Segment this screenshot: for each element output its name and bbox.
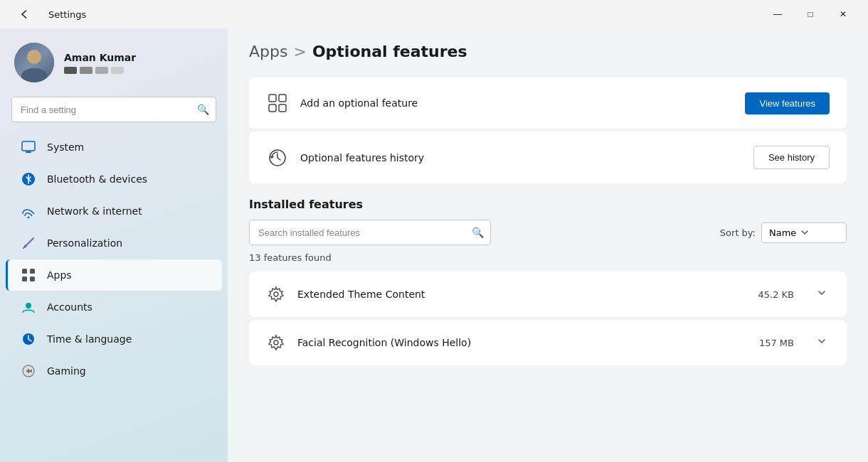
features-toolbar: 🔍 Sort by: Name	[249, 220, 847, 245]
see-history-button[interactable]: See history	[753, 146, 830, 169]
add-feature-card: Add an optional feature View features	[249, 77, 847, 129]
history-row: Optional features history See history	[249, 131, 847, 183]
sidebar-item-label: System	[47, 141, 84, 153]
accounts-icon	[20, 299, 37, 316]
user-info: Aman Kumar	[64, 52, 136, 74]
personalization-icon	[20, 235, 37, 252]
bluetooth-icon	[20, 171, 37, 188]
svg-point-15	[31, 371, 32, 372]
svg-point-22	[274, 340, 278, 345]
user-dots	[64, 67, 136, 74]
nav-list: System Bluetooth & devices Network & int…	[0, 131, 228, 387]
feature-size: 157 MB	[759, 338, 794, 348]
feature-expand-button[interactable]	[814, 333, 830, 352]
sidebar-item-label: Gaming	[47, 365, 86, 377]
feature-expand-button[interactable]	[814, 285, 830, 303]
window-controls: — □ ✕	[761, 3, 859, 26]
minimize-button[interactable]: —	[761, 3, 794, 26]
svg-rect-0	[22, 141, 35, 151]
svg-rect-5	[22, 269, 27, 274]
search-icon: 🔍	[197, 104, 209, 115]
sidebar-item-system[interactable]: System	[6, 131, 222, 163]
sort-label: Sort by:	[720, 227, 756, 238]
sidebar-item-label: Personalization	[47, 237, 122, 249]
system-icon	[20, 139, 37, 156]
dot-1	[64, 67, 77, 74]
sidebar-search-container: 🔍	[11, 97, 216, 122]
view-features-button[interactable]: View features	[745, 92, 830, 114]
chevron-down-icon	[817, 336, 827, 346]
add-feature-icon	[266, 92, 289, 114]
section-title: Installed features	[249, 198, 847, 211]
titlebar: Settings — □ ✕	[0, 0, 868, 28]
sort-select[interactable]: Name	[761, 222, 847, 243]
maximize-button[interactable]: □	[794, 3, 827, 26]
svg-rect-8	[30, 276, 35, 281]
search-features-icon: 🔍	[472, 227, 484, 238]
apps-icon	[20, 267, 37, 284]
sidebar-item-label: Bluetooth & devices	[47, 173, 147, 185]
back-button[interactable]	[9, 3, 41, 26]
breadcrumb-separator: >	[293, 43, 306, 60]
sort-value: Name	[769, 227, 796, 238]
svg-rect-18	[269, 104, 276, 112]
avatar-image	[14, 43, 54, 82]
gaming-icon	[20, 362, 37, 380]
breadcrumb-current: Optional features	[312, 43, 467, 60]
svg-point-21	[274, 292, 278, 296]
sidebar-item-accounts[interactable]: Accounts	[6, 291, 222, 323]
window-title: Settings	[48, 9, 86, 20]
dot-3	[95, 67, 108, 74]
sidebar: Aman Kumar 🔍 System Bluetooth & devices …	[0, 28, 228, 462]
svg-point-14	[31, 370, 32, 371]
svg-point-9	[26, 303, 31, 308]
sidebar-search-input[interactable]	[11, 97, 216, 122]
feature-name: Facial Recognition (Windows Hello)	[297, 337, 748, 348]
svg-rect-19	[279, 104, 286, 112]
chevron-down-icon	[817, 288, 827, 298]
dot-2	[80, 67, 92, 74]
search-features-container: 🔍	[249, 220, 491, 245]
feature-size: 45.2 KB	[758, 289, 794, 300]
user-profile: Aman Kumar	[0, 28, 228, 94]
svg-rect-1	[26, 151, 31, 153]
sidebar-item-gaming[interactable]: Gaming	[6, 355, 222, 387]
avatar	[14, 43, 54, 82]
sidebar-item-label: Apps	[47, 269, 72, 281]
list-item: Extended Theme Content 45.2 KB	[249, 272, 847, 317]
sidebar-item-label: Accounts	[47, 301, 92, 313]
add-feature-row: Add an optional feature View features	[249, 77, 847, 129]
add-feature-label: Add an optional feature	[300, 97, 734, 109]
history-label: Optional features history	[300, 152, 742, 163]
close-button[interactable]: ✕	[827, 3, 859, 26]
svg-rect-7	[22, 276, 27, 281]
history-card: Optional features history See history	[249, 131, 847, 183]
sidebar-item-label: Network & internet	[47, 205, 142, 217]
dot-4	[111, 67, 124, 74]
main-layout: Aman Kumar 🔍 System Bluetooth & devices …	[0, 28, 868, 462]
svg-rect-16	[269, 95, 276, 102]
feature-icon	[266, 284, 286, 304]
sidebar-item-bluetooth[interactable]: Bluetooth & devices	[6, 163, 222, 195]
sidebar-item-network[interactable]: Network & internet	[6, 195, 222, 227]
sort-by-container: Sort by: Name	[720, 222, 847, 243]
feature-list: Extended Theme Content 45.2 KB Facial Re…	[249, 272, 847, 365]
sidebar-item-label: Time & language	[47, 333, 132, 345]
list-item: Facial Recognition (Windows Hello) 157 M…	[249, 320, 847, 365]
breadcrumb-parent: Apps	[249, 43, 287, 60]
history-icon	[266, 146, 289, 169]
breadcrumb: Apps > Optional features	[249, 43, 847, 60]
network-icon	[20, 203, 37, 220]
chevron-down-icon	[800, 228, 809, 237]
feature-name: Extended Theme Content	[297, 289, 746, 300]
svg-rect-6	[30, 269, 35, 274]
feature-icon	[266, 333, 286, 353]
user-name: Aman Kumar	[64, 52, 136, 63]
sidebar-item-apps[interactable]: Apps	[6, 259, 222, 291]
svg-point-3	[28, 217, 30, 219]
svg-rect-17	[279, 95, 286, 102]
content-area: Apps > Optional features Add an optional…	[228, 28, 868, 462]
sidebar-item-time[interactable]: Time & language	[6, 323, 222, 355]
sidebar-item-personalization[interactable]: Personalization	[6, 227, 222, 259]
search-features-input[interactable]	[249, 220, 491, 245]
